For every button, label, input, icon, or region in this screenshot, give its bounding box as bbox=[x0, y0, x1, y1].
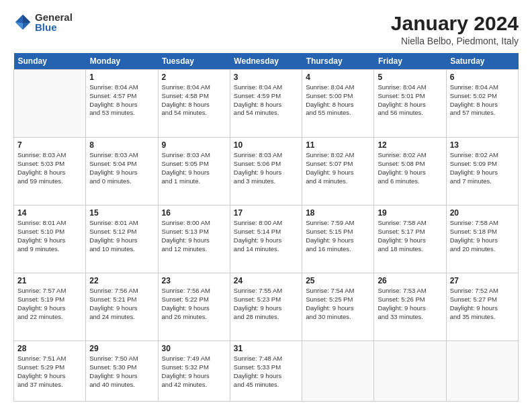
day-number: 24 bbox=[234, 276, 298, 285]
calendar-cell: 20Sunrise: 7:58 AM Sunset: 5:18 PM Dayli… bbox=[446, 205, 518, 273]
calendar-week-row: 1Sunrise: 8:04 AM Sunset: 4:57 PM Daylig… bbox=[14, 70, 519, 138]
calendar-cell: 22Sunrise: 7:56 AM Sunset: 5:21 PM Dayli… bbox=[86, 273, 158, 341]
calendar-cell: 27Sunrise: 7:52 AM Sunset: 5:27 PM Dayli… bbox=[446, 273, 518, 341]
header: General Blue January 2024 Niella Belbo, … bbox=[13, 12, 519, 46]
day-number: 7 bbox=[17, 140, 82, 150]
day-info: Sunrise: 7:53 AM Sunset: 5:26 PM Dayligh… bbox=[378, 287, 442, 321]
day-number: 31 bbox=[234, 344, 298, 353]
day-number: 11 bbox=[306, 140, 370, 150]
day-info: Sunrise: 8:04 AM Sunset: 5:00 PM Dayligh… bbox=[306, 83, 370, 118]
calendar-header-row: SundayMondayTuesdayWednesdayThursdayFrid… bbox=[14, 53, 519, 70]
day-info: Sunrise: 8:02 AM Sunset: 5:09 PM Dayligh… bbox=[450, 151, 515, 185]
day-header-thursday: Thursday bbox=[302, 53, 374, 70]
calendar-cell: 8Sunrise: 8:03 AM Sunset: 5:04 PM Daylig… bbox=[86, 138, 158, 205]
logo-blue: Blue bbox=[35, 22, 73, 32]
day-number: 4 bbox=[306, 73, 370, 82]
calendar-cell: 13Sunrise: 8:02 AM Sunset: 5:09 PM Dayli… bbox=[446, 138, 518, 205]
day-info: Sunrise: 8:04 AM Sunset: 5:02 PM Dayligh… bbox=[450, 83, 515, 118]
calendar-cell: 23Sunrise: 7:56 AM Sunset: 5:22 PM Dayli… bbox=[158, 273, 230, 341]
calendar-cell bbox=[302, 341, 374, 402]
day-header-sunday: Sunday bbox=[14, 53, 86, 70]
day-number: 5 bbox=[378, 73, 442, 82]
calendar-subtitle: Niella Belbo, Piedmont, Italy bbox=[391, 36, 519, 46]
calendar-week-row: 14Sunrise: 8:01 AM Sunset: 5:10 PM Dayli… bbox=[14, 205, 519, 273]
title-section: January 2024 Niella Belbo, Piedmont, Ita… bbox=[391, 12, 519, 46]
day-info: Sunrise: 8:02 AM Sunset: 5:08 PM Dayligh… bbox=[378, 151, 442, 185]
day-info: Sunrise: 7:56 AM Sunset: 5:21 PM Dayligh… bbox=[89, 287, 154, 321]
calendar-cell: 30Sunrise: 7:49 AM Sunset: 5:32 PM Dayli… bbox=[158, 341, 230, 402]
day-number: 8 bbox=[89, 140, 154, 150]
day-info: Sunrise: 7:55 AM Sunset: 5:23 PM Dayligh… bbox=[234, 287, 298, 321]
day-number: 17 bbox=[234, 208, 298, 218]
day-info: Sunrise: 7:59 AM Sunset: 5:15 PM Dayligh… bbox=[306, 219, 370, 253]
day-info: Sunrise: 7:51 AM Sunset: 5:29 PM Dayligh… bbox=[17, 355, 82, 389]
day-info: Sunrise: 8:00 AM Sunset: 5:14 PM Dayligh… bbox=[234, 219, 298, 253]
day-number: 27 bbox=[450, 276, 515, 285]
calendar-cell: 5Sunrise: 8:04 AM Sunset: 5:01 PM Daylig… bbox=[374, 70, 446, 138]
day-info: Sunrise: 7:48 AM Sunset: 5:33 PM Dayligh… bbox=[234, 355, 298, 389]
day-info: Sunrise: 7:49 AM Sunset: 5:32 PM Dayligh… bbox=[162, 355, 226, 389]
calendar-cell: 21Sunrise: 7:57 AM Sunset: 5:19 PM Dayli… bbox=[14, 273, 86, 341]
day-info: Sunrise: 7:57 AM Sunset: 5:19 PM Dayligh… bbox=[17, 287, 82, 321]
day-number: 3 bbox=[234, 73, 298, 82]
calendar-cell: 12Sunrise: 8:02 AM Sunset: 5:08 PM Dayli… bbox=[374, 138, 446, 205]
day-info: Sunrise: 8:01 AM Sunset: 5:10 PM Dayligh… bbox=[17, 219, 82, 253]
calendar-week-row: 21Sunrise: 7:57 AM Sunset: 5:19 PM Dayli… bbox=[14, 273, 519, 341]
page: General Blue January 2024 Niella Belbo, … bbox=[0, 0, 532, 411]
calendar-cell: 2Sunrise: 8:04 AM Sunset: 4:58 PM Daylig… bbox=[158, 70, 230, 138]
calendar-cell: 6Sunrise: 8:04 AM Sunset: 5:02 PM Daylig… bbox=[446, 70, 518, 138]
day-info: Sunrise: 7:54 AM Sunset: 5:25 PM Dayligh… bbox=[306, 287, 370, 321]
day-info: Sunrise: 8:02 AM Sunset: 5:07 PM Dayligh… bbox=[306, 151, 370, 185]
day-header-tuesday: Tuesday bbox=[158, 53, 230, 70]
day-info: Sunrise: 8:00 AM Sunset: 5:13 PM Dayligh… bbox=[162, 219, 226, 253]
day-header-monday: Monday bbox=[86, 53, 158, 70]
day-number: 14 bbox=[17, 208, 82, 218]
day-number: 25 bbox=[306, 276, 370, 285]
day-info: Sunrise: 8:04 AM Sunset: 4:59 PM Dayligh… bbox=[234, 83, 298, 118]
calendar-cell: 24Sunrise: 7:55 AM Sunset: 5:23 PM Dayli… bbox=[230, 273, 302, 341]
calendar-cell bbox=[446, 341, 518, 402]
calendar-cell: 14Sunrise: 8:01 AM Sunset: 5:10 PM Dayli… bbox=[14, 205, 86, 273]
day-info: Sunrise: 8:04 AM Sunset: 4:57 PM Dayligh… bbox=[89, 83, 154, 118]
calendar-cell: 26Sunrise: 7:53 AM Sunset: 5:26 PM Dayli… bbox=[374, 273, 446, 341]
calendar-cell: 1Sunrise: 8:04 AM Sunset: 4:57 PM Daylig… bbox=[86, 70, 158, 138]
day-number: 1 bbox=[89, 73, 154, 82]
calendar-cell: 16Sunrise: 8:00 AM Sunset: 5:13 PM Dayli… bbox=[158, 205, 230, 273]
day-number: 13 bbox=[450, 140, 515, 150]
day-number: 18 bbox=[306, 208, 370, 218]
day-number: 15 bbox=[89, 208, 154, 218]
day-info: Sunrise: 7:50 AM Sunset: 5:30 PM Dayligh… bbox=[89, 355, 154, 389]
day-header-saturday: Saturday bbox=[446, 53, 518, 70]
calendar-cell: 31Sunrise: 7:48 AM Sunset: 5:33 PM Dayli… bbox=[230, 341, 302, 402]
calendar-cell: 7Sunrise: 8:03 AM Sunset: 5:03 PM Daylig… bbox=[14, 138, 86, 205]
day-header-friday: Friday bbox=[374, 53, 446, 70]
day-info: Sunrise: 8:03 AM Sunset: 5:05 PM Dayligh… bbox=[162, 151, 226, 185]
calendar-cell: 9Sunrise: 8:03 AM Sunset: 5:05 PM Daylig… bbox=[158, 138, 230, 205]
day-info: Sunrise: 8:03 AM Sunset: 5:04 PM Dayligh… bbox=[89, 151, 154, 185]
day-number: 22 bbox=[89, 276, 154, 285]
calendar-title: January 2024 bbox=[391, 12, 519, 34]
calendar-cell bbox=[14, 70, 86, 138]
day-info: Sunrise: 8:04 AM Sunset: 4:58 PM Dayligh… bbox=[162, 83, 226, 118]
calendar-cell: 19Sunrise: 7:58 AM Sunset: 5:17 PM Dayli… bbox=[374, 205, 446, 273]
logo-icon bbox=[13, 13, 32, 32]
calendar-cell: 11Sunrise: 8:02 AM Sunset: 5:07 PM Dayli… bbox=[302, 138, 374, 205]
svg-marker-1 bbox=[23, 15, 30, 24]
calendar-week-row: 28Sunrise: 7:51 AM Sunset: 5:29 PM Dayli… bbox=[14, 341, 519, 402]
day-number: 20 bbox=[450, 208, 515, 218]
calendar-cell: 29Sunrise: 7:50 AM Sunset: 5:30 PM Dayli… bbox=[86, 341, 158, 402]
calendar-week-row: 7Sunrise: 8:03 AM Sunset: 5:03 PM Daylig… bbox=[14, 138, 519, 205]
day-number: 9 bbox=[162, 140, 226, 150]
day-info: Sunrise: 7:56 AM Sunset: 5:22 PM Dayligh… bbox=[162, 287, 226, 321]
day-info: Sunrise: 7:58 AM Sunset: 5:17 PM Dayligh… bbox=[378, 219, 442, 253]
day-info: Sunrise: 8:01 AM Sunset: 5:12 PM Dayligh… bbox=[89, 219, 154, 253]
logo-general: General bbox=[35, 12, 73, 22]
calendar-cell: 17Sunrise: 8:00 AM Sunset: 5:14 PM Dayli… bbox=[230, 205, 302, 273]
day-number: 21 bbox=[17, 276, 82, 285]
calendar-cell bbox=[374, 341, 446, 402]
day-number: 6 bbox=[450, 73, 515, 82]
day-number: 26 bbox=[378, 276, 442, 285]
day-number: 23 bbox=[162, 276, 226, 285]
day-number: 28 bbox=[17, 344, 82, 353]
svg-marker-2 bbox=[15, 22, 23, 30]
